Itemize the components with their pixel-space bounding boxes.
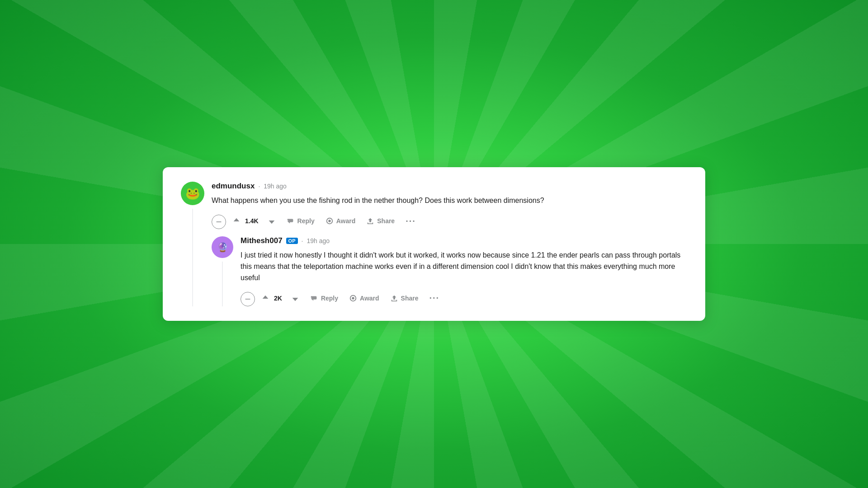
thread-line-1 (192, 209, 193, 306)
more-button-1[interactable]: ··· (401, 213, 420, 229)
svg-point-5 (352, 297, 354, 299)
reply-button-2[interactable]: Reply (306, 291, 343, 305)
vote-count-2: 2K (272, 295, 284, 302)
award-icon-1 (326, 217, 334, 225)
reply-icon-2 (310, 294, 318, 302)
comment-edmundusx: 🐸 edmundusx · 19h ago What happens when … (181, 182, 687, 306)
comment-card: 🐸 edmundusx · 19h ago What happens when … (163, 167, 705, 320)
svg-rect-3 (245, 299, 250, 299)
svg-rect-0 (216, 222, 221, 222)
more-dots-2: ··· (429, 293, 440, 303)
downvote-icon-2 (291, 294, 299, 302)
comment-meta-mithesh007: Mithesh007 OP · 19h ago (241, 236, 687, 245)
action-bar-edmundusx: 1.4K Reply (212, 213, 687, 229)
downvote-icon-1 (268, 217, 276, 225)
op-badge-mithesh007: OP (286, 238, 298, 244)
reply-mithesh007: 🔮 Mithesh007 OP · 19h ago I just tried i… (212, 236, 687, 306)
comment-text-mithesh007: I just tried it now honestly I thought i… (241, 250, 687, 283)
award-button-2[interactable]: Award (344, 291, 384, 305)
collapse-button-1[interactable] (212, 215, 226, 229)
downvote-button-2[interactable] (290, 291, 304, 305)
comment-body-mithesh007: Mithesh007 OP · 19h ago I just tried it … (241, 236, 687, 306)
timestamp-edmundusx: 19h ago (264, 183, 287, 190)
action-bar-mithesh007: 2K (241, 290, 687, 306)
comment-text-edmundusx: What happens when you use the fishing ro… (212, 195, 687, 206)
share-button-2[interactable]: Share (386, 291, 423, 305)
upvote-icon-1 (232, 217, 241, 225)
share-icon-2 (390, 294, 398, 302)
more-dots-1: ··· (406, 216, 416, 226)
upvote-icon-2 (261, 294, 269, 302)
svg-point-2 (328, 220, 330, 222)
comment-meta-edmundusx: edmundusx · 19h ago (212, 182, 687, 191)
thread-line-2 (222, 262, 223, 306)
upvote-button-2[interactable]: 2K (257, 291, 288, 305)
username-mithesh007: Mithesh007 (241, 236, 283, 245)
avatar-mithesh007: 🔮 (212, 236, 233, 258)
reply-button-1[interactable]: Reply (282, 214, 319, 228)
reply-icon-1 (287, 217, 295, 225)
timestamp-mithesh007: 19h ago (307, 237, 330, 244)
award-icon-2 (349, 294, 357, 302)
share-button-1[interactable]: Share (362, 214, 399, 228)
downvote-button-1[interactable] (267, 214, 280, 228)
vote-count-1: 1.4K (243, 217, 260, 225)
avatar-edmundusx: 🐸 (181, 182, 204, 205)
username-edmundusx: edmundusx (212, 182, 255, 191)
more-button-2[interactable]: ··· (425, 290, 444, 306)
collapse-button-2[interactable] (241, 292, 255, 306)
upvote-button-1[interactable]: 1.4K (228, 214, 265, 228)
comment-body-edmundusx: edmundusx · 19h ago What happens when yo… (212, 182, 687, 306)
award-button-1[interactable]: Award (321, 214, 360, 228)
share-icon-1 (366, 217, 374, 225)
